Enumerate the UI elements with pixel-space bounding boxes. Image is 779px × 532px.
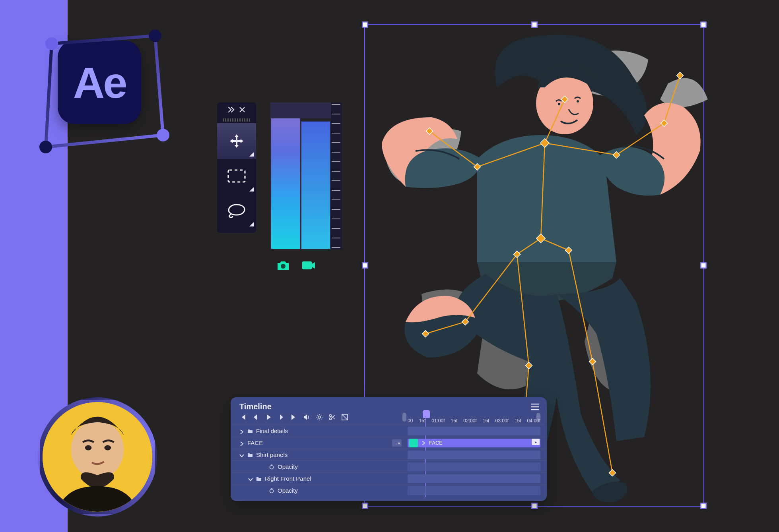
chevron-down-icon[interactable] [248,476,253,481]
video-icon[interactable] [301,257,317,273]
skip-start-icon[interactable] [239,414,247,421]
property-row[interactable]: Opacity [231,460,547,472]
stopwatch-icon[interactable] [269,488,274,493]
speaker-icon[interactable] [303,414,310,421]
svg-point-3 [39,141,52,153]
chevrons-right-icon[interactable] [228,107,235,114]
tick: 03:00f [495,418,508,424]
svg-rect-10 [302,261,312,269]
svg-point-34 [270,489,274,493]
submenu-indicator [249,152,254,157]
timeline-title: Timeline [239,402,272,411]
color-spectrum[interactable] [270,103,342,250]
svg-point-7 [104,445,111,451]
property-row[interactable]: Opacity [231,484,547,496]
layer-label: FACE [247,439,263,446]
layer-label: Shirt panels [256,451,288,458]
layer-row[interactable]: Shirt panels [231,449,547,460]
svg-point-5 [71,420,124,479]
property-label: Opacity [278,463,298,470]
submenu-indicator [249,222,254,226]
svg-point-30 [318,416,321,418]
layer-label: Right Front Panel [265,475,311,482]
lasso-icon [227,203,246,219]
property-label: Opacity [278,487,298,494]
folder-icon [247,428,253,434]
svg-point-33 [270,465,274,469]
tool-panel[interactable] [217,103,256,233]
folder-icon [247,452,253,458]
step-back-icon[interactable] [252,414,259,421]
clip-label: FACE [429,440,443,446]
move-tool[interactable] [217,123,256,159]
layer-row[interactable]: Final details [231,425,547,437]
svg-point-0 [45,37,58,50]
tick: 15f [419,418,425,424]
marquee-tool[interactable] [217,158,256,194]
avatar-illustration [43,402,152,512]
crop-frame-icon [24,16,171,159]
clip-strip[interactable] [408,486,540,495]
svg-point-13 [577,100,579,103]
chevron-right-icon[interactable] [421,441,426,445]
svg-point-2 [157,129,169,141]
layer-options-button[interactable]: ⋮▾ [392,439,402,447]
lasso-tool[interactable] [217,193,256,229]
clip-face[interactable]: FACE ▸ [408,439,540,447]
folder-icon [256,476,262,482]
gradient-a[interactable] [270,103,301,250]
close-icon[interactable] [239,107,245,114]
avatar [38,397,157,517]
zoom-end-handle[interactable] [536,413,540,422]
camera-icon[interactable] [275,257,291,273]
clip-strip[interactable] [408,451,540,459]
layer-row[interactable]: FACE ⋮▾ FACE ▸ [231,437,547,449]
chevron-right-icon[interactable] [239,441,244,445]
layer-row[interactable]: Right Front Panel [231,472,547,484]
tick: 15f [451,418,458,424]
clip-end-marker[interactable]: ▸ [532,439,540,445]
tool-panel-header [217,103,256,118]
step-fwd-icon[interactable] [278,414,285,421]
svg-point-9 [281,264,286,269]
marquee-icon [227,169,246,183]
ae-badge: Ae [24,16,171,159]
svg-rect-20 [677,72,684,79]
tick: 02:00f [463,418,476,424]
tick: 00 [408,418,413,424]
tick: 01:00f [431,418,445,424]
move-icon [228,133,245,149]
split-icon[interactable] [341,414,348,421]
stopwatch-icon[interactable] [269,464,274,470]
play-icon[interactable] [265,414,272,421]
scissors-icon[interactable] [328,414,336,421]
timeline-panel[interactable]: Timeline 00 15f 01:00f 15f 02:00f 15f 03… [231,397,547,501]
svg-point-6 [85,445,92,451]
tick: 15f [515,418,521,424]
panel-menu-icon[interactable] [531,403,540,410]
svg-rect-8 [228,170,245,182]
layer-label: Final details [256,428,288,434]
svg-point-1 [149,29,161,42]
svg-point-12 [558,103,560,105]
submenu-indicator [249,187,254,192]
clip-thumbnail [409,439,418,447]
zoom-start-handle[interactable] [402,413,406,422]
clip-strip[interactable] [408,427,540,435]
clip-strip[interactable] [408,462,540,471]
chevron-right-icon[interactable] [239,429,244,433]
gradient-b[interactable] [301,121,331,250]
spectrum-header [270,103,331,118]
chevron-down-icon[interactable] [239,453,244,457]
tick: 15f [483,418,490,424]
gear-icon[interactable] [316,414,323,421]
clip-strip[interactable] [408,474,540,483]
spectrum-ruler [331,103,342,250]
skip-end-icon[interactable] [290,414,297,421]
